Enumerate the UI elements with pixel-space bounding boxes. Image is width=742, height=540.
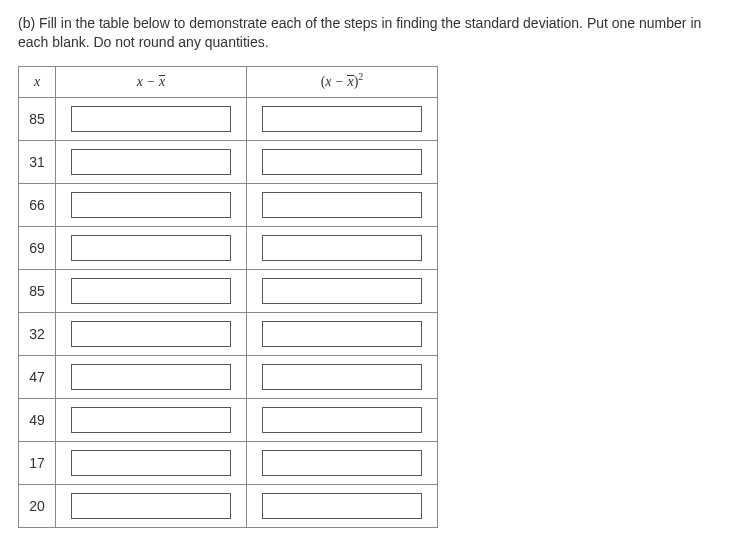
table-row: 66 <box>19 183 438 226</box>
x-value: 31 <box>23 154 51 170</box>
table-row: 49 <box>19 398 438 441</box>
std-dev-table: x x−x (x−x)2 85316669853247491720 <box>18 66 438 528</box>
sq-deviation-cell <box>247 312 438 355</box>
sq-deviation-input[interactable] <box>262 278 422 304</box>
sq-deviation-input[interactable] <box>262 235 422 261</box>
x-value-cell: 17 <box>19 441 56 484</box>
table-row: 85 <box>19 97 438 140</box>
sq-deviation-input[interactable] <box>262 149 422 175</box>
deviation-cell <box>56 484 247 527</box>
x-value: 85 <box>23 283 51 299</box>
deviation-input[interactable] <box>71 407 231 433</box>
deviation-input[interactable] <box>71 493 231 519</box>
sq-deviation-input[interactable] <box>262 106 422 132</box>
x-value-cell: 85 <box>19 269 56 312</box>
col-header-sq-deviation: (x−x)2 <box>247 66 438 97</box>
deviation-input[interactable] <box>71 278 231 304</box>
x-value: 66 <box>23 197 51 213</box>
sq-deviation-cell <box>247 441 438 484</box>
x-value: 47 <box>23 369 51 385</box>
x-value-cell: 32 <box>19 312 56 355</box>
sq-deviation-cell <box>247 355 438 398</box>
x-value-cell: 20 <box>19 484 56 527</box>
sq-deviation-cell <box>247 140 438 183</box>
table-row: 32 <box>19 312 438 355</box>
deviation-input[interactable] <box>71 192 231 218</box>
sq-deviation-cell <box>247 226 438 269</box>
sq-deviation-cell <box>247 269 438 312</box>
x-value-cell: 31 <box>19 140 56 183</box>
deviation-cell <box>56 269 247 312</box>
x-value: 17 <box>23 455 51 471</box>
deviation-cell <box>56 441 247 484</box>
deviation-cell <box>56 226 247 269</box>
question-prompt: (b) Fill in the table below to demonstra… <box>18 14 724 52</box>
deviation-input[interactable] <box>71 149 231 175</box>
deviation-input[interactable] <box>71 364 231 390</box>
col-header-deviation: x−x <box>56 66 247 97</box>
sq-deviation-input[interactable] <box>262 407 422 433</box>
deviation-input[interactable] <box>71 235 231 261</box>
x-value-cell: 85 <box>19 97 56 140</box>
deviation-cell <box>56 97 247 140</box>
x-value: 49 <box>23 412 51 428</box>
sq-deviation-input[interactable] <box>262 192 422 218</box>
sq-deviation-input[interactable] <box>262 364 422 390</box>
sq-deviation-input[interactable] <box>262 321 422 347</box>
x-value-cell: 47 <box>19 355 56 398</box>
sq-deviation-cell <box>247 484 438 527</box>
sq-deviation-cell <box>247 183 438 226</box>
x-value-cell: 69 <box>19 226 56 269</box>
x-value-cell: 49 <box>19 398 56 441</box>
sq-deviation-cell <box>247 398 438 441</box>
deviation-input[interactable] <box>71 106 231 132</box>
x-value: 69 <box>23 240 51 256</box>
table-row: 31 <box>19 140 438 183</box>
deviation-input[interactable] <box>71 450 231 476</box>
deviation-cell <box>56 183 247 226</box>
table-row: 69 <box>19 226 438 269</box>
x-value: 32 <box>23 326 51 342</box>
table-row: 85 <box>19 269 438 312</box>
col-header-x: x <box>19 66 56 97</box>
x-value-cell: 66 <box>19 183 56 226</box>
sq-deviation-input[interactable] <box>262 450 422 476</box>
x-value: 20 <box>23 498 51 514</box>
deviation-cell <box>56 140 247 183</box>
table-row: 47 <box>19 355 438 398</box>
deviation-cell <box>56 398 247 441</box>
x-value: 85 <box>23 111 51 127</box>
table-row: 20 <box>19 484 438 527</box>
deviation-cell <box>56 355 247 398</box>
table-row: 17 <box>19 441 438 484</box>
sq-deviation-cell <box>247 97 438 140</box>
deviation-input[interactable] <box>71 321 231 347</box>
deviation-cell <box>56 312 247 355</box>
sq-deviation-input[interactable] <box>262 493 422 519</box>
